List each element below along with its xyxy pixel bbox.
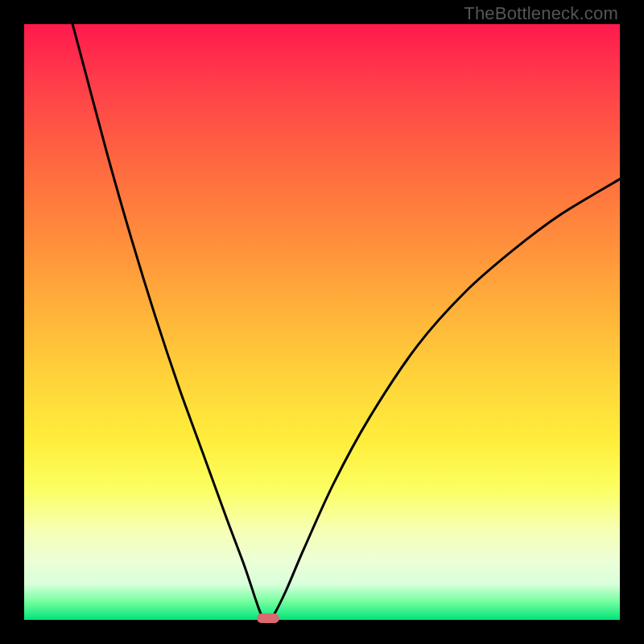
plot-area	[24, 24, 620, 620]
chart-frame: TheBottleneck.com	[0, 0, 644, 644]
optimal-marker	[257, 613, 279, 623]
bottleneck-curve	[24, 24, 620, 620]
watermark-text: TheBottleneck.com	[464, 3, 618, 24]
curve-path	[24, 0, 620, 620]
